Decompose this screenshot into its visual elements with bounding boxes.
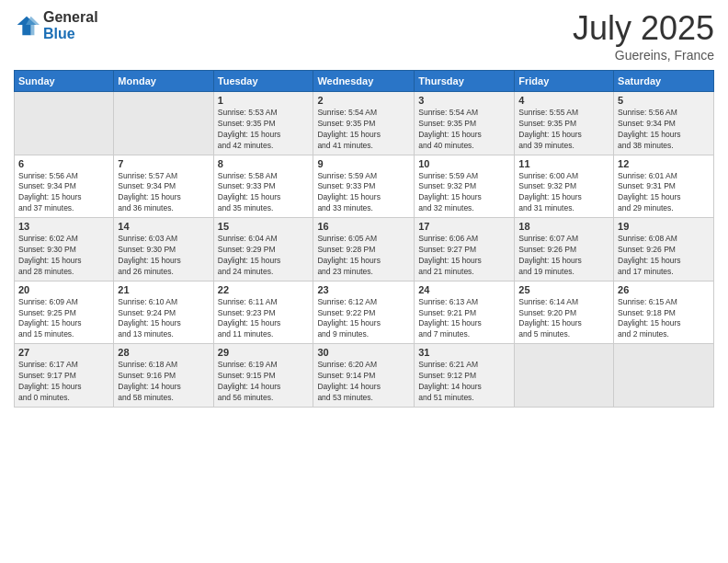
day-number: 6 <box>18 158 109 169</box>
weekday-header-row: Sunday Monday Tuesday Wednesday Thursday… <box>15 71 714 92</box>
table-row: 23Sunrise: 6:12 AM Sunset: 9:22 PM Dayli… <box>313 281 415 344</box>
table-row: 14Sunrise: 6:03 AM Sunset: 9:30 PM Dayli… <box>114 218 213 282</box>
header-monday: Monday <box>114 71 213 92</box>
day-number: 3 <box>418 95 510 106</box>
day-info: Sunrise: 6:17 AM Sunset: 9:17 PM Dayligh… <box>18 360 109 404</box>
day-info: Sunrise: 6:11 AM Sunset: 9:23 PM Dayligh… <box>218 297 310 341</box>
day-number: 20 <box>18 284 109 295</box>
day-number: 27 <box>18 347 109 358</box>
day-number: 2 <box>317 95 410 106</box>
logo-general-text: General <box>43 9 98 26</box>
table-row: 20Sunrise: 6:09 AM Sunset: 9:25 PM Dayli… <box>15 281 114 344</box>
table-row: 5Sunrise: 5:56 AM Sunset: 9:34 PM Daylig… <box>614 92 714 155</box>
table-row: 13Sunrise: 6:02 AM Sunset: 9:30 PM Dayli… <box>15 218 114 282</box>
table-row: 15Sunrise: 6:04 AM Sunset: 9:29 PM Dayli… <box>213 218 313 282</box>
calendar-week-row: 13Sunrise: 6:02 AM Sunset: 9:30 PM Dayli… <box>15 218 714 282</box>
day-info: Sunrise: 6:09 AM Sunset: 9:25 PM Dayligh… <box>18 297 109 341</box>
day-info: Sunrise: 6:20 AM Sunset: 9:14 PM Dayligh… <box>317 360 410 404</box>
day-info: Sunrise: 6:14 AM Sunset: 9:20 PM Dayligh… <box>518 297 609 341</box>
month-title: July 2025 <box>573 9 714 48</box>
calendar-week-row: 20Sunrise: 6:09 AM Sunset: 9:25 PM Dayli… <box>15 281 714 344</box>
day-info: Sunrise: 6:12 AM Sunset: 9:22 PM Dayligh… <box>317 297 410 341</box>
title-block: July 2025 Guereins, France <box>573 9 714 63</box>
day-info: Sunrise: 6:02 AM Sunset: 9:30 PM Dayligh… <box>18 234 109 278</box>
location: Guereins, France <box>573 48 714 63</box>
header-saturday: Saturday <box>614 71 714 92</box>
day-info: Sunrise: 6:03 AM Sunset: 9:30 PM Dayligh… <box>118 234 209 278</box>
day-number: 7 <box>118 158 209 169</box>
header-thursday: Thursday <box>415 71 515 92</box>
table-row: 30Sunrise: 6:20 AM Sunset: 9:14 PM Dayli… <box>313 344 415 408</box>
day-number: 1 <box>218 95 310 106</box>
table-row: 16Sunrise: 6:05 AM Sunset: 9:28 PM Dayli… <box>313 218 415 282</box>
calendar: Sunday Monday Tuesday Wednesday Thursday… <box>14 70 714 408</box>
header-friday: Friday <box>515 71 614 92</box>
day-info: Sunrise: 5:53 AM Sunset: 9:35 PM Dayligh… <box>218 108 310 152</box>
table-row: 27Sunrise: 6:17 AM Sunset: 9:17 PM Dayli… <box>15 344 114 408</box>
header-wednesday: Wednesday <box>313 71 415 92</box>
day-number: 28 <box>118 347 209 358</box>
day-number: 5 <box>618 95 710 106</box>
day-info: Sunrise: 6:04 AM Sunset: 9:29 PM Dayligh… <box>218 234 310 278</box>
day-number: 31 <box>418 347 510 358</box>
day-info: Sunrise: 6:08 AM Sunset: 9:26 PM Dayligh… <box>618 234 710 278</box>
day-info: Sunrise: 5:59 AM Sunset: 9:32 PM Dayligh… <box>418 171 510 215</box>
day-info: Sunrise: 6:13 AM Sunset: 9:21 PM Dayligh… <box>418 297 510 341</box>
day-number: 25 <box>518 284 609 295</box>
day-info: Sunrise: 6:19 AM Sunset: 9:15 PM Dayligh… <box>218 360 310 404</box>
day-info: Sunrise: 5:56 AM Sunset: 9:34 PM Dayligh… <box>18 171 109 215</box>
day-info: Sunrise: 6:21 AM Sunset: 9:12 PM Dayligh… <box>418 360 510 404</box>
day-number: 30 <box>317 347 410 358</box>
day-number: 18 <box>518 221 609 232</box>
day-number: 12 <box>618 158 710 169</box>
header-tuesday: Tuesday <box>213 71 313 92</box>
day-number: 19 <box>618 221 710 232</box>
logo: General Blue <box>14 9 98 41</box>
calendar-week-row: 1Sunrise: 5:53 AM Sunset: 9:35 PM Daylig… <box>15 92 714 155</box>
day-number: 22 <box>218 284 310 295</box>
header-sunday: Sunday <box>15 71 114 92</box>
calendar-week-row: 27Sunrise: 6:17 AM Sunset: 9:17 PM Dayli… <box>15 344 714 408</box>
day-number: 9 <box>317 158 410 169</box>
day-number: 11 <box>518 158 609 169</box>
day-info: Sunrise: 5:54 AM Sunset: 9:35 PM Dayligh… <box>317 108 410 152</box>
day-info: Sunrise: 6:10 AM Sunset: 9:24 PM Dayligh… <box>118 297 209 341</box>
table-row: 8Sunrise: 5:58 AM Sunset: 9:33 PM Daylig… <box>213 155 313 218</box>
table-row: 25Sunrise: 6:14 AM Sunset: 9:20 PM Dayli… <box>515 281 614 344</box>
day-info: Sunrise: 5:58 AM Sunset: 9:33 PM Dayligh… <box>218 171 310 215</box>
day-number: 15 <box>218 221 310 232</box>
table-row: 4Sunrise: 5:55 AM Sunset: 9:35 PM Daylig… <box>515 92 614 155</box>
day-number: 14 <box>118 221 209 232</box>
table-row: 24Sunrise: 6:13 AM Sunset: 9:21 PM Dayli… <box>415 281 515 344</box>
day-number: 8 <box>218 158 310 169</box>
table-row: 19Sunrise: 6:08 AM Sunset: 9:26 PM Dayli… <box>614 218 714 282</box>
day-info: Sunrise: 6:06 AM Sunset: 9:27 PM Dayligh… <box>418 234 510 278</box>
day-number: 13 <box>18 221 109 232</box>
table-row: 6Sunrise: 5:56 AM Sunset: 9:34 PM Daylig… <box>15 155 114 218</box>
day-number: 23 <box>317 284 410 295</box>
day-info: Sunrise: 5:56 AM Sunset: 9:34 PM Dayligh… <box>618 108 710 152</box>
table-row <box>614 344 714 408</box>
table-row <box>114 92 213 155</box>
table-row <box>15 92 114 155</box>
day-number: 10 <box>418 158 510 169</box>
day-number: 26 <box>618 284 710 295</box>
day-number: 4 <box>518 95 609 106</box>
day-number: 21 <box>118 284 209 295</box>
calendar-week-row: 6Sunrise: 5:56 AM Sunset: 9:34 PM Daylig… <box>15 155 714 218</box>
table-row: 1Sunrise: 5:53 AM Sunset: 9:35 PM Daylig… <box>213 92 313 155</box>
logo-blue-text: Blue <box>43 26 98 42</box>
table-row: 12Sunrise: 6:01 AM Sunset: 9:31 PM Dayli… <box>614 155 714 218</box>
table-row: 2Sunrise: 5:54 AM Sunset: 9:35 PM Daylig… <box>313 92 415 155</box>
day-number: 24 <box>418 284 510 295</box>
table-row: 22Sunrise: 6:11 AM Sunset: 9:23 PM Dayli… <box>213 281 313 344</box>
day-info: Sunrise: 6:15 AM Sunset: 9:18 PM Dayligh… <box>618 297 710 341</box>
table-row: 26Sunrise: 6:15 AM Sunset: 9:18 PM Dayli… <box>614 281 714 344</box>
header: General Blue July 2025 Guereins, France <box>14 9 714 63</box>
logo-text: General Blue <box>43 9 98 41</box>
day-info: Sunrise: 5:55 AM Sunset: 9:35 PM Dayligh… <box>518 108 609 152</box>
day-info: Sunrise: 6:01 AM Sunset: 9:31 PM Dayligh… <box>618 171 710 215</box>
table-row: 17Sunrise: 6:06 AM Sunset: 9:27 PM Dayli… <box>415 218 515 282</box>
day-number: 17 <box>418 221 510 232</box>
day-number: 29 <box>218 347 310 358</box>
